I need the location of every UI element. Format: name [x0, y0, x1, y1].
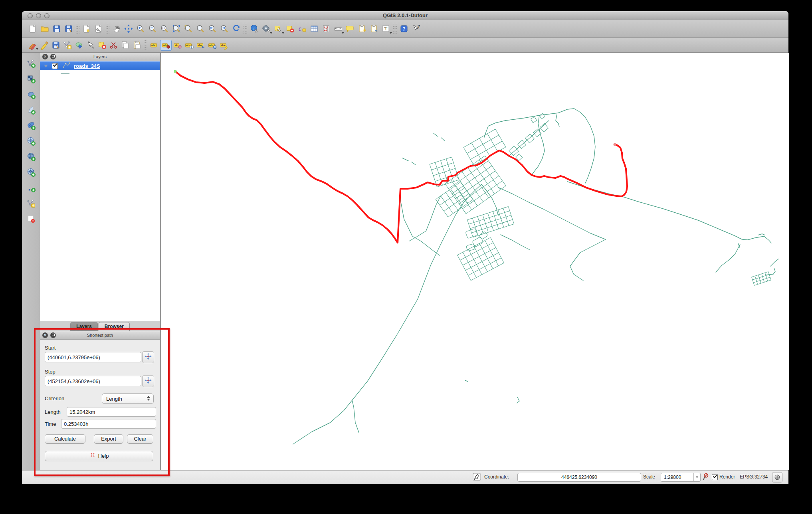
zoom-out-icon[interactable] — [147, 23, 158, 35]
zoom-in-icon[interactable] — [135, 23, 147, 35]
new-shapefile-layer-icon[interactable] — [25, 198, 37, 210]
coordinate-input[interactable]: 446425,6234090 — [517, 473, 641, 482]
delete-selected-icon[interactable] — [96, 40, 108, 51]
stop-render-icon[interactable] — [701, 472, 709, 481]
label-pin-icon[interactable]: ab — [160, 40, 172, 51]
coordinate-label: Coordinate: — [484, 474, 509, 480]
zoom-to-layer-icon[interactable] — [194, 23, 206, 35]
text-annotation-icon[interactable]: T — [380, 23, 392, 35]
zoom-last-icon[interactable] — [206, 23, 218, 35]
label-visibility-icon[interactable]: abc — [183, 40, 195, 51]
select-features-icon[interactable] — [272, 23, 284, 35]
zoom-to-selection-icon[interactable] — [182, 23, 194, 35]
whats-this-icon[interactable]: ? — [410, 23, 422, 35]
copy-features-icon[interactable] — [119, 40, 131, 51]
help-contents-icon[interactable]: ? — [398, 23, 410, 35]
tab-browser[interactable]: Browser — [99, 322, 130, 331]
composer-manager-icon[interactable] — [93, 23, 105, 35]
svg-text:,: , — [28, 184, 30, 192]
capture-stop-point-button[interactable] — [142, 375, 154, 387]
length-output[interactable] — [67, 407, 156, 417]
manage-layers-toolbar: , — [22, 53, 40, 470]
window-title: QGIS 2.0.1-Dufour — [22, 11, 788, 20]
pan-to-selection-icon[interactable] — [123, 23, 135, 35]
toggle-editing-icon[interactable] — [38, 40, 50, 51]
identify-features-icon[interactable]: i — [248, 23, 260, 35]
layer-visibility-checkbox[interactable] — [52, 63, 58, 69]
paste-features-icon[interactable] — [131, 40, 143, 51]
pan-map-icon[interactable] — [111, 23, 123, 35]
export-button[interactable]: Export — [94, 434, 123, 444]
zoom-native-icon[interactable]: 1:1 — [158, 23, 170, 35]
add-spatialite-layer-icon[interactable] — [25, 104, 37, 116]
measure-icon[interactable] — [332, 23, 344, 35]
add-wcs-layer-icon[interactable] — [25, 151, 37, 163]
crs-globe-icon[interactable] — [772, 472, 782, 482]
tab-layers[interactable]: Layers — [70, 322, 98, 331]
render-checkbox[interactable] — [712, 474, 718, 480]
label-move-icon[interactable]: ab — [172, 40, 183, 51]
add-postgis-layer-icon[interactable] — [25, 89, 37, 101]
map-tips-icon[interactable] — [344, 23, 356, 35]
toolbar-separator — [76, 24, 79, 34]
layers-panel-title: Layers — [40, 53, 160, 61]
show-bookmarks-icon[interactable] — [368, 23, 380, 35]
layer-symbol-preview — [61, 73, 69, 74]
path-end-marker — [614, 143, 616, 146]
clear-button[interactable]: Clear — [127, 434, 153, 444]
time-output[interactable] — [61, 419, 156, 429]
select-by-expression-icon[interactable]: ε — [296, 23, 308, 35]
refresh-icon[interactable] — [230, 23, 242, 35]
save-layer-edits-icon[interactable] — [50, 40, 61, 51]
deselect-all-icon[interactable] — [284, 23, 296, 35]
add-feature-icon[interactable] — [61, 40, 73, 51]
label-rotate-icon[interactable]: abc — [195, 40, 206, 51]
remove-layer-icon[interactable] — [25, 213, 37, 225]
add-raster-layer-icon[interactable] — [25, 73, 37, 85]
add-wfs-layer-icon[interactable] — [25, 166, 37, 178]
stop-input[interactable] — [45, 376, 141, 386]
layers-panel-header: ✕ Layers — [40, 53, 160, 61]
add-wms-layer-icon[interactable] — [25, 135, 37, 147]
save-project-as-icon[interactable] — [63, 23, 75, 35]
map-canvas[interactable] — [160, 53, 788, 470]
label-properties-icon[interactable]: abc? — [206, 40, 218, 51]
scale-select[interactable]: 1:29800 — [661, 473, 701, 482]
layer-row[interactable]: roads_34S — [40, 61, 160, 70]
svg-text:?: ? — [418, 24, 420, 29]
add-mssql-layer-icon[interactable] — [25, 120, 37, 132]
title-bar[interactable]: QGIS 2.0.1-Dufour — [22, 11, 788, 20]
zoom-full-icon[interactable] — [170, 23, 182, 35]
open-project-icon[interactable] — [39, 23, 51, 35]
messages-icon[interactable] — [472, 472, 482, 482]
capture-start-point-button[interactable] — [142, 351, 154, 363]
add-vector-layer-icon[interactable] — [25, 57, 37, 69]
qgis-window: QGIS 2.0.1-Dufour 1:1iεT?? abcabababcabc… — [22, 11, 788, 484]
new-bookmark-icon[interactable] — [356, 23, 368, 35]
field-calculator-icon[interactable] — [320, 23, 332, 35]
run-feature-action-icon[interactable] — [260, 23, 272, 35]
label-edit-icon[interactable]: abc — [218, 40, 230, 51]
layer-name: roads_34S — [74, 63, 100, 69]
chevron-down-icon[interactable] — [44, 65, 48, 67]
move-feature-icon[interactable] — [73, 40, 85, 51]
criterion-value: Length — [106, 396, 122, 402]
criterion-select[interactable]: Length — [102, 393, 154, 404]
chevron-down-icon — [693, 473, 700, 481]
node-tool-icon[interactable] — [85, 40, 96, 51]
current-edits-icon[interactable] — [27, 40, 38, 51]
save-project-icon[interactable] — [51, 23, 63, 35]
add-delimited-text-layer-icon[interactable]: , — [25, 182, 37, 194]
stop-label: Stop — [45, 369, 55, 375]
crs-status-label: EPSG:32734 — [740, 474, 768, 480]
calculate-button[interactable]: Calculate — [45, 434, 85, 444]
help-button[interactable]: Help — [45, 451, 153, 461]
open-attribute-table-icon[interactable] — [308, 23, 320, 35]
new-project-icon[interactable] — [27, 23, 39, 35]
svg-text:1:1: 1:1 — [162, 27, 166, 30]
start-input[interactable] — [45, 352, 141, 362]
zoom-next-icon[interactable] — [218, 23, 230, 35]
cut-features-icon[interactable] — [108, 40, 119, 51]
new-composer-icon[interactable] — [81, 23, 93, 35]
labeling-icon[interactable]: abc — [149, 40, 160, 51]
